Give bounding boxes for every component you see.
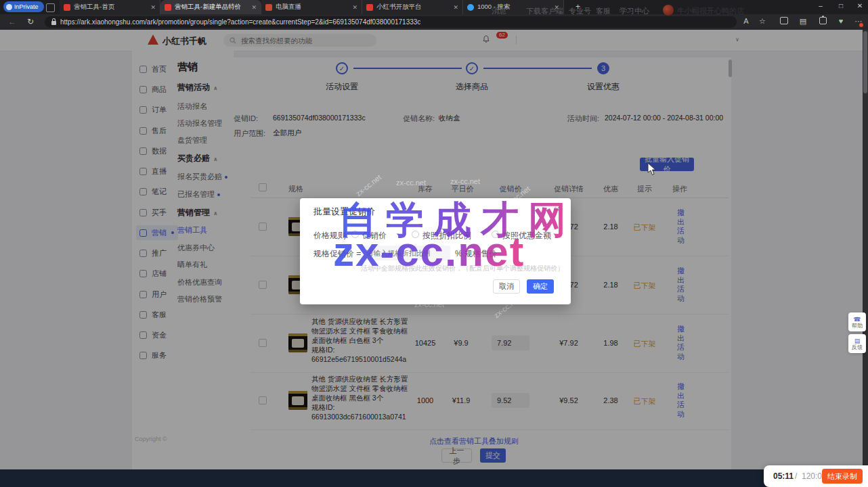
tab-close-icon[interactable]: ✕ xyxy=(352,4,357,11)
tab-pc-live[interactable]: 电脑直播 ✕ xyxy=(261,0,362,14)
mouse-cursor xyxy=(647,162,657,176)
inprivate-badge[interactable]: InPrivate xyxy=(3,1,44,12)
window-maximize-button[interactable]: □ xyxy=(836,2,846,9)
browser-essentials-icon[interactable]: ♥ xyxy=(836,17,846,25)
tab-close-icon[interactable]: ✕ xyxy=(150,4,156,11)
help-floater[interactable]: ☎ 帮助 xyxy=(848,312,866,331)
tab-marketing-home[interactable]: 营销工具-首页 ✕ xyxy=(60,0,160,14)
download-client-link[interactable]: 下载客户端 xyxy=(526,6,563,16)
cancel-button[interactable]: 取消 xyxy=(493,279,520,294)
notification-dot xyxy=(859,22,864,28)
shop-name[interactable]: 牛小帽很开心鸭的店 xyxy=(677,6,744,16)
ark-favicon xyxy=(165,4,171,11)
taskbar xyxy=(0,469,868,487)
watermark: zx-cc.net xyxy=(396,179,426,187)
customer-service-link[interactable]: 客服 xyxy=(596,6,611,16)
messages-link[interactable]: 消息 xyxy=(492,6,506,16)
feedback-floater[interactable]: ▤ 反馈 xyxy=(848,334,866,353)
extensions-icon[interactable] xyxy=(817,17,828,26)
stop-recording-button[interactable]: 结束录制 xyxy=(822,469,863,484)
split-screen-icon[interactable] xyxy=(779,17,789,26)
recording-elapsed: 05:11 xyxy=(773,471,794,481)
confirm-button[interactable]: 确定 xyxy=(527,279,554,294)
window-minimize-button[interactable]: – xyxy=(816,2,825,9)
shop-avatar[interactable] xyxy=(663,5,674,16)
tab-open-platform[interactable]: 小红书开放平台 ✕ xyxy=(362,0,463,14)
window-close-button[interactable]: ✕ xyxy=(855,2,865,9)
tab-workspace-icon[interactable] xyxy=(46,3,55,12)
browser-scrollbar xyxy=(863,30,868,469)
read-aloud-icon[interactable]: A xyxy=(741,17,752,25)
browser-scrollbar-thumb[interactable] xyxy=(863,31,867,93)
pro-account-link[interactable]: 专业号 xyxy=(569,6,591,16)
url-field[interactable]: https://ark.xiaohongshu.com/ark/promotio… xyxy=(45,16,737,28)
tab-marketing-new-special[interactable]: 营销工具-新建单品特价 ✕ xyxy=(160,0,261,14)
url-text: https://ark.xiaohongshu.com/ark/promotio… xyxy=(60,18,420,26)
ark-favicon xyxy=(64,4,70,11)
favorites-star-icon[interactable]: ☆ xyxy=(757,17,768,26)
headset-icon: ☎ xyxy=(853,316,861,323)
refresh-icon[interactable]: ↻ xyxy=(27,17,34,26)
watermark: zx-cc.net xyxy=(450,177,480,185)
lock-icon xyxy=(51,21,56,25)
watermark-large: zx-cc.net xyxy=(333,227,525,275)
search-favicon xyxy=(467,4,474,11)
recording-widget: 05:11 / 120:00 结束录制 xyxy=(764,465,868,487)
xhs-favicon xyxy=(366,4,373,11)
back-icon[interactable]: ← xyxy=(8,17,16,26)
screen: InPrivate 营销工具-首页 ✕ 营销工具-新建单品特价 ✕ 电脑直播 ✕… xyxy=(0,0,868,487)
collections-icon[interactable]: ▤ xyxy=(798,17,808,26)
tab-close-icon[interactable]: ✕ xyxy=(251,4,257,11)
learning-center-link[interactable]: 学习中心 xyxy=(620,6,649,16)
tab-close-icon[interactable]: ✕ xyxy=(453,4,458,11)
form-icon: ▤ xyxy=(854,338,861,344)
live-favicon xyxy=(265,4,272,11)
inprivate-label: InPrivate xyxy=(14,3,39,10)
profile-icon xyxy=(6,4,12,10)
time-separator: / xyxy=(795,471,797,481)
